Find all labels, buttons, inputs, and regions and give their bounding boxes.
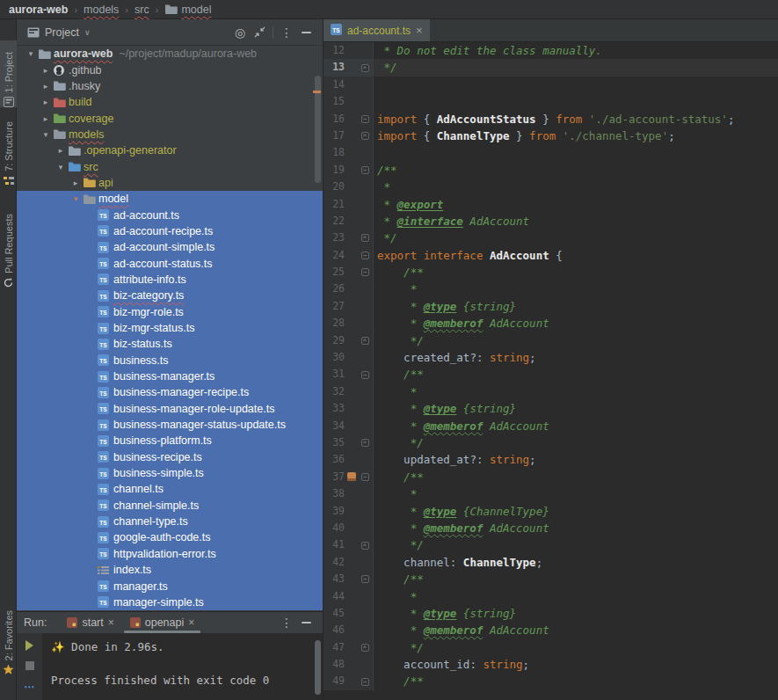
code-line-26[interactable]: 26 * (324, 281, 778, 297)
code-line-18[interactable]: 18 (324, 144, 778, 161)
code-line-22[interactable]: 22 * @interface AdAccount (324, 213, 778, 230)
line-number[interactable]: 17 (324, 128, 345, 144)
tree-expand-icon[interactable]: ▸ (39, 114, 53, 123)
line-number[interactable]: 30 (324, 349, 345, 366)
tree-item-.openapi-generator[interactable]: ▸.openapi-generator (17, 142, 323, 158)
code-line-14[interactable]: 14 (324, 77, 778, 93)
code-line-43[interactable]: 43− /** (324, 571, 778, 587)
code-line-39[interactable]: 39 * @type {ChannelType} (324, 503, 778, 520)
code-line-16[interactable]: 16−import { AdAccountStatus } from './ad… (324, 111, 778, 128)
fold-marker-icon[interactable]: ^ (359, 542, 371, 550)
line-number[interactable]: 46 (324, 622, 345, 638)
line-number[interactable]: 47 (324, 639, 345, 656)
tree-item-ad-account-status.ts[interactable]: TSad-account-status.ts (17, 255, 323, 271)
code-line-28[interactable]: 28 * @memberof AdAccount (324, 315, 778, 332)
code-line-40[interactable]: 40 * @memberof AdAccount (324, 520, 778, 536)
tree-item-.husky[interactable]: ▸.husky (17, 78, 323, 94)
code-line-42[interactable]: 42 channel: ChannelType; (324, 554, 778, 571)
fold-marker-icon[interactable]: ^ (359, 234, 371, 242)
line-number[interactable]: 33 (324, 400, 345, 417)
line-number[interactable]: 21 (324, 196, 345, 213)
code-line-36[interactable]: 36 updated_at?: string; (324, 451, 778, 468)
fold-marker-icon[interactable]: ^ (359, 644, 371, 652)
line-number[interactable]: 23 (324, 230, 345, 246)
code-line-46[interactable]: 46 * @memberof AdAccount (324, 622, 778, 638)
tree-item-manager.ts[interactable]: TSmanager.ts (17, 578, 323, 594)
tree-expand-icon[interactable]: ▸ (39, 82, 53, 91)
code-line-32[interactable]: 32 * (324, 383, 778, 400)
code-line-48[interactable]: 48 account_id: string; (324, 656, 778, 673)
tree-item-business-manager-status-update.ts[interactable]: TSbusiness-manager-status-update.ts (17, 417, 323, 433)
tree-expand-icon[interactable]: ▸ (39, 66, 53, 75)
line-number[interactable]: 49 (324, 673, 345, 689)
code-line-20[interactable]: 20 * (324, 179, 778, 195)
fold-marker-icon[interactable]: − (359, 678, 371, 686)
code-line-13[interactable]: 13^ */ (324, 59, 778, 76)
line-number[interactable]: 16 (324, 111, 345, 128)
fold-marker-icon[interactable]: − (359, 473, 371, 481)
line-number[interactable]: 37 (324, 469, 345, 485)
tree-item-business-simple.ts[interactable]: TSbusiness-simple.ts (17, 465, 323, 481)
tree-scrollbar[interactable] (315, 76, 321, 183)
code-line-49[interactable]: 49− /** (324, 673, 778, 689)
line-number[interactable]: 25 (324, 264, 345, 281)
line-number[interactable]: 26 (324, 281, 345, 297)
code-line-29[interactable]: 29^ */ (324, 332, 778, 349)
line-number[interactable]: 14 (324, 77, 345, 93)
code-line-21[interactable]: 21 * @export (324, 196, 778, 213)
breadcrumb-item-model[interactable]: model (164, 4, 211, 16)
tree-item-httpvalidation-error.ts[interactable]: TShttpvalidation-error.ts (17, 546, 323, 562)
close-tab-icon[interactable]: × (416, 24, 423, 37)
tree-item-src[interactable]: ▾src (17, 158, 323, 174)
tree-expand-icon[interactable]: ▸ (69, 179, 83, 187)
line-number[interactable]: 38 (324, 485, 345, 502)
tree-item-google-auth-code.ts[interactable]: TSgoogle-auth-code.ts (17, 529, 323, 545)
fold-marker-icon[interactable]: − (359, 268, 371, 276)
line-number[interactable]: 13 (324, 59, 345, 76)
stripe-tab-pull-requests[interactable]: Pull Requests (0, 195, 17, 288)
code-line-15[interactable]: 15 (324, 93, 778, 110)
chevron-down-icon[interactable]: ∨ (84, 28, 91, 37)
code-line-12[interactable]: 12 * Do not edit the class manually. (324, 42, 778, 59)
stop-icon[interactable] (25, 661, 34, 670)
line-number[interactable]: 20 (324, 179, 345, 195)
fold-marker-icon[interactable]: ^ (359, 337, 371, 345)
tree-expand-icon[interactable]: ▾ (24, 49, 38, 58)
code-line-33[interactable]: 33 * @type {string} (324, 400, 778, 417)
console-more-icon[interactable]: ⋯ (24, 681, 35, 693)
collapse-all-icon[interactable] (250, 23, 269, 42)
close-tab-icon[interactable]: × (188, 616, 194, 629)
stripe-tab--favorites[interactable]: 2: Favorites (0, 577, 17, 675)
code-line-27[interactable]: 27 * @type {string} (324, 298, 778, 315)
code-line-19[interactable]: 19−/** (324, 162, 778, 179)
breadcrumb-item-src[interactable]: src (135, 4, 149, 16)
line-number[interactable]: 19 (324, 162, 345, 179)
tree-item-channel.ts[interactable]: TSchannel.ts (17, 481, 323, 497)
tree-item-biz-mgr-status.ts[interactable]: TSbiz-mgr-status.ts (17, 320, 323, 336)
tree-item-aurora-web[interactable]: ▾aurora-web~/project/madup/aurora-web (17, 46, 323, 62)
line-number[interactable]: 18 (324, 144, 345, 161)
tree-item-biz-category.ts[interactable]: TSbiz-category.ts (17, 288, 323, 303)
line-number[interactable]: 43 (324, 571, 345, 587)
tree-item-ad-account-recipe.ts[interactable]: TSad-account-recipe.ts (17, 223, 323, 239)
hide-panel-icon[interactable] (296, 613, 316, 632)
tree-item-attribute-info.ts[interactable]: TSattribute-info.ts (17, 272, 323, 288)
tree-item-channel-type.ts[interactable]: TSchannel-type.ts (17, 514, 323, 529)
tree-expand-icon[interactable]: ▾ (69, 194, 83, 203)
hide-panel-icon[interactable] (296, 23, 316, 42)
line-number[interactable]: 42 (324, 554, 345, 571)
gutter-bookmark-icon[interactable] (345, 472, 359, 481)
rerun-icon[interactable] (25, 640, 33, 651)
line-number[interactable]: 31 (324, 366, 345, 383)
fold-marker-icon[interactable]: − (359, 115, 371, 123)
tree-item-build[interactable]: ▸build (17, 94, 323, 110)
line-number[interactable]: 27 (324, 298, 345, 315)
fold-marker-icon[interactable]: ^ (359, 439, 371, 447)
line-number[interactable]: 36 (324, 451, 345, 468)
tree-item-business.ts[interactable]: TSbusiness.ts (17, 353, 323, 368)
line-number[interactable]: 35 (324, 434, 345, 451)
tree-item-business-manager-recipe.ts[interactable]: TSbusiness-manager-recipe.ts (17, 384, 323, 400)
project-panel-title[interactable]: Project (45, 26, 79, 39)
line-number[interactable]: 28 (324, 315, 345, 332)
line-number[interactable]: 34 (324, 418, 345, 434)
